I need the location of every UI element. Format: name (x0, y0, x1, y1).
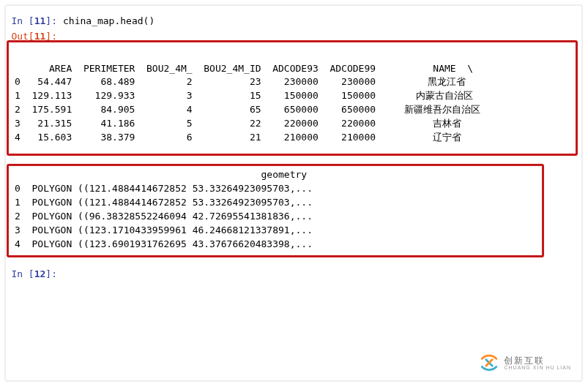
watermark-logo-icon (479, 353, 499, 373)
prompt-in-close: ]: (45, 15, 57, 26)
code-text: china_map.head() (63, 15, 155, 26)
annotation-box-1 (7, 40, 578, 156)
watermark-main: 创新互联 (504, 356, 571, 365)
input-prompt-12: In [12]: (10, 268, 63, 282)
code-input-11[interactable]: china_map.head() (63, 15, 577, 29)
input-cell-11: In [11]: china_map.head() (10, 15, 577, 29)
watermark-sub: CHUANG XIN HU LIAN (504, 365, 571, 370)
prompt-in-num: 11 (34, 15, 46, 26)
watermark-text: 创新互联 CHUANG XIN HU LIAN (504, 356, 571, 370)
annotation-box-2 (7, 164, 544, 257)
prompt-in-close-12: ]: (45, 268, 57, 279)
input-cell-12: In [12]: (10, 268, 577, 282)
prompt-in-label: In [ (11, 15, 34, 26)
watermark: 创新互联 CHUANG XIN HU LIAN (479, 353, 571, 373)
prompt-in-num-12: 12 (34, 268, 46, 279)
prompt-in-label-12: In [ (11, 268, 34, 279)
input-prompt-11: In [11]: (10, 15, 63, 29)
notebook-container: In [11]: china_map.head() Out[11]: AREA … (4, 4, 583, 382)
